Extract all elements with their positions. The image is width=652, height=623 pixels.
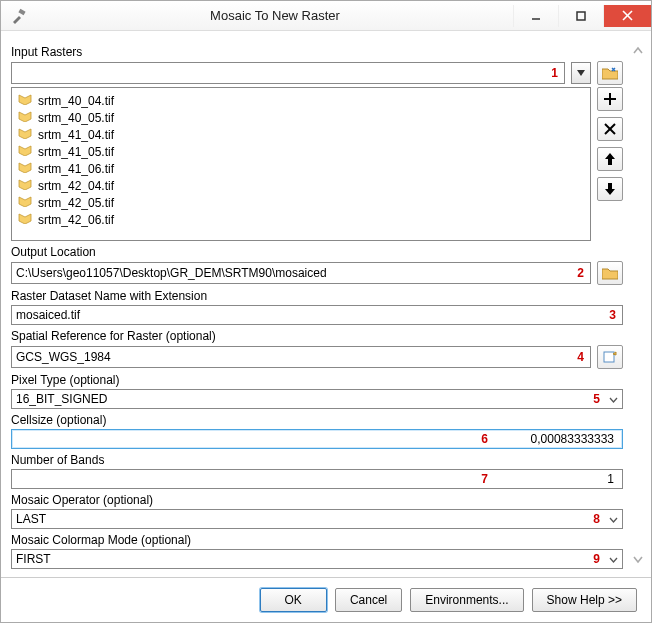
cellsize-value: 0,00083333333: [518, 432, 618, 446]
dialog-window: Mosaic To New Raster Input Rasters 1: [0, 0, 652, 623]
browse-input-button[interactable]: [597, 61, 623, 85]
window-title: Mosaic To New Raster: [37, 8, 513, 23]
output-location-row: C:\Users\geo11057\Desktop\GR_DEM\SRTM90\…: [11, 261, 623, 285]
input-rasters-field[interactable]: 1: [11, 62, 565, 84]
ok-button[interactable]: OK: [260, 588, 327, 612]
svg-rect-0: [18, 8, 25, 14]
svg-marker-5: [577, 70, 585, 76]
pixel-type-label: Pixel Type (optional): [11, 373, 623, 387]
cellsize-label: Cellsize (optional): [11, 413, 623, 427]
spatial-ref-field[interactable]: GCS_WGS_1984 4: [11, 346, 591, 368]
mosaic-op-label: Mosaic Operator (optional): [11, 493, 623, 507]
list-item-label: srtm_42_06.tif: [38, 213, 114, 227]
raster-icon: [18, 127, 32, 142]
raster-icon: [18, 161, 32, 176]
input-rasters-row: 1: [11, 61, 623, 85]
chevron-down-icon: [609, 552, 618, 566]
dialog-body: Input Rasters 1 srtm_40_04.tifsrtm_40_05…: [1, 31, 651, 577]
svg-marker-10: [605, 153, 615, 165]
move-down-button[interactable]: [597, 177, 623, 201]
browse-output-button[interactable]: [597, 261, 623, 285]
spatial-ref-properties-button[interactable]: [597, 345, 623, 369]
minimize-button[interactable]: [513, 5, 558, 27]
spatial-ref-label: Spatial Reference for Raster (optional): [11, 329, 623, 343]
maximize-button[interactable]: [558, 5, 603, 27]
list-item-label: srtm_41_05.tif: [38, 145, 114, 159]
raster-name-value: mosaiced.tif: [16, 308, 80, 322]
marker-8: 8: [593, 512, 600, 526]
raster-listbox[interactable]: srtm_40_04.tifsrtm_40_05.tifsrtm_41_04.t…: [11, 87, 591, 241]
raster-icon: [18, 93, 32, 108]
show-help-button[interactable]: Show Help >>: [532, 588, 637, 612]
list-item[interactable]: srtm_41_04.tif: [18, 126, 584, 143]
chevron-down-icon: [609, 392, 618, 406]
list-item[interactable]: srtm_41_05.tif: [18, 143, 584, 160]
num-bands-label: Number of Bands: [11, 453, 623, 467]
dialog-footer: OK Cancel Environments... Show Help >>: [1, 577, 651, 622]
spatial-ref-row: GCS_WGS_1984 4: [11, 345, 623, 369]
move-up-button[interactable]: [597, 147, 623, 171]
raster-icon: [18, 212, 32, 227]
marker-2: 2: [577, 266, 584, 280]
scroll-down-icon[interactable]: [632, 555, 644, 565]
ok-label: OK: [285, 593, 302, 607]
hammer-icon: [1, 8, 37, 24]
list-item-label: srtm_42_05.tif: [38, 196, 114, 210]
num-bands-value: 1: [518, 472, 618, 486]
marker-3: 3: [609, 308, 616, 322]
output-location-field[interactable]: C:\Users\geo11057\Desktop\GR_DEM\SRTM90\…: [11, 262, 591, 284]
colormap-dropdown[interactable]: FIRST 9: [11, 549, 623, 569]
add-button[interactable]: [597, 87, 623, 111]
list-side-buttons: [597, 87, 623, 241]
scroll-up-icon[interactable]: [632, 45, 644, 55]
marker-5: 5: [593, 392, 600, 406]
list-item[interactable]: srtm_40_05.tif: [18, 109, 584, 126]
form-panel: Input Rasters 1 srtm_40_04.tifsrtm_40_05…: [11, 41, 629, 569]
raster-icon: [18, 110, 32, 125]
marker-9: 9: [593, 552, 600, 566]
output-location-value: C:\Users\geo11057\Desktop\GR_DEM\SRTM90\…: [16, 266, 327, 280]
output-location-label: Output Location: [11, 245, 623, 259]
cancel-button[interactable]: Cancel: [335, 588, 402, 612]
environments-button[interactable]: Environments...: [410, 588, 523, 612]
colormap-value: FIRST: [16, 552, 51, 566]
chevron-down-icon: [609, 512, 618, 526]
svg-rect-12: [604, 352, 614, 362]
list-item-label: srtm_42_04.tif: [38, 179, 114, 193]
env-label: Environments...: [425, 593, 508, 607]
list-item[interactable]: srtm_42_04.tif: [18, 177, 584, 194]
input-rasters-dropdown-button[interactable]: [571, 62, 591, 84]
cellsize-field[interactable]: 6 0,00083333333: [11, 429, 623, 449]
help-label: Show Help >>: [547, 593, 622, 607]
list-item-label: srtm_40_04.tif: [38, 94, 114, 108]
window-controls: [513, 5, 651, 27]
raster-name-field[interactable]: mosaiced.tif 3: [11, 305, 623, 325]
raster-name-label: Raster Dataset Name with Extension: [11, 289, 623, 303]
marker-1: 1: [551, 66, 558, 80]
marker-4: 4: [577, 350, 584, 364]
marker-6: 6: [481, 432, 518, 446]
num-bands-field[interactable]: 7 1: [11, 469, 623, 489]
raster-icon: [18, 195, 32, 210]
title-bar: Mosaic To New Raster: [1, 1, 651, 31]
colormap-label: Mosaic Colormap Mode (optional): [11, 533, 623, 547]
list-item[interactable]: srtm_41_06.tif: [18, 160, 584, 177]
list-item-label: srtm_41_06.tif: [38, 162, 114, 176]
marker-7: 7: [481, 472, 518, 486]
svg-rect-2: [577, 12, 585, 20]
list-item-label: srtm_41_04.tif: [38, 128, 114, 142]
input-rasters-label: Input Rasters: [11, 45, 623, 59]
pixel-type-value: 16_BIT_SIGNED: [16, 392, 107, 406]
list-item-label: srtm_40_05.tif: [38, 111, 114, 125]
scroll-indicator: [629, 41, 647, 569]
list-item[interactable]: srtm_42_06.tif: [18, 211, 584, 228]
spatial-ref-value: GCS_WGS_1984: [16, 350, 111, 364]
mosaic-op-value: LAST: [16, 512, 46, 526]
pixel-type-dropdown[interactable]: 16_BIT_SIGNED 5: [11, 389, 623, 409]
list-item[interactable]: srtm_40_04.tif: [18, 92, 584, 109]
remove-button[interactable]: [597, 117, 623, 141]
raster-icon: [18, 178, 32, 193]
mosaic-op-dropdown[interactable]: LAST 8: [11, 509, 623, 529]
close-button[interactable]: [603, 5, 651, 27]
list-item[interactable]: srtm_42_05.tif: [18, 194, 584, 211]
